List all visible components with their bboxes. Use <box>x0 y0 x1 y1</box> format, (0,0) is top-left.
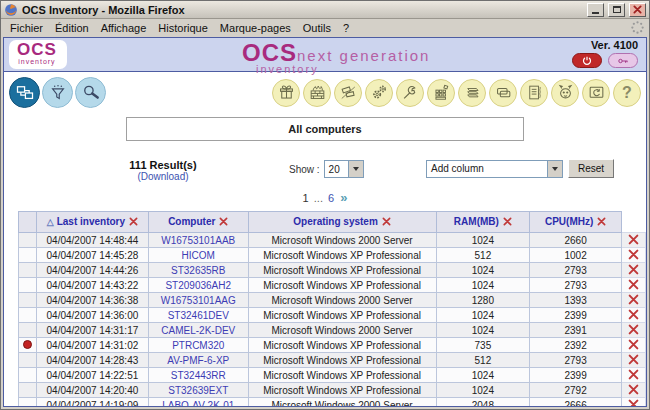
delete-row-button[interactable] <box>622 233 646 248</box>
computer-link[interactable]: LABO-AV-2K-01 <box>148 398 248 408</box>
computer-link[interactable]: W16753101AAB <box>148 233 248 248</box>
page-link-first[interactable]: 1 <box>303 192 309 204</box>
close-button[interactable] <box>629 3 646 17</box>
column-header-last-inventory[interactable]: △Last inventory <box>36 212 148 233</box>
remove-column-button[interactable] <box>503 217 512 228</box>
remove-column-button[interactable] <box>219 217 228 228</box>
delete-row-button[interactable] <box>622 308 646 323</box>
computer-link[interactable]: AV-PMF-6-XP <box>148 353 248 368</box>
table-row: 04/04/2007 14:22:51ST32443RRMicrosoft Wi… <box>19 368 646 383</box>
maximize-button[interactable] <box>608 3 625 17</box>
row-marker-cell <box>19 293 37 308</box>
screen-restore-icon[interactable] <box>582 79 610 107</box>
table-row: 04/04/2007 14:44:26ST32635RBMicrosoft Wi… <box>19 263 646 278</box>
window-title: OCS Inventory - Mozilla Firefox <box>22 4 185 16</box>
cell-last-inventory: 04/04/2007 14:31:17 <box>36 323 148 338</box>
cell-operating-system: Microsoft Windows XP Professional <box>248 248 436 263</box>
next-page-chevrons[interactable]: » <box>340 190 347 205</box>
reset-button[interactable]: Reset <box>568 159 614 178</box>
results-block: 111 Result(s) (Download) <box>108 159 218 182</box>
firewall-icon[interactable] <box>303 79 331 107</box>
page-link-last[interactable]: 6 <box>328 192 334 204</box>
column-header-operating-system[interactable]: Operating system <box>248 212 436 233</box>
menu-outils[interactable]: Outils <box>297 21 337 35</box>
cell-cpu: 2792 <box>530 383 622 398</box>
menu-fichier[interactable]: Fichier <box>4 21 49 35</box>
cell-ram: 1024 <box>436 233 530 248</box>
cell-last-inventory: 04/04/2007 14:36:38 <box>36 293 148 308</box>
cell-last-inventory: 04/04/2007 14:43:22 <box>36 278 148 293</box>
all-computers-icon[interactable] <box>9 77 40 108</box>
cell-ram: 2048 <box>436 398 530 408</box>
delete-row-button[interactable] <box>622 368 646 383</box>
show-count-select[interactable]: 20 <box>324 160 364 178</box>
minimize-button[interactable] <box>587 3 604 17</box>
computer-link[interactable]: ST32461DEV <box>148 308 248 323</box>
wrench-tools-icon[interactable] <box>396 79 424 107</box>
cell-ram: 735 <box>436 338 530 353</box>
remove-column-button[interactable] <box>597 217 606 228</box>
labels-icon[interactable] <box>489 79 517 107</box>
duplicates-icon[interactable] <box>334 79 362 107</box>
titlebar[interactable]: OCS Inventory - Mozilla Firefox <box>1 1 649 19</box>
add-column-select[interactable]: Add column <box>426 160 563 178</box>
delete-row-button[interactable] <box>622 353 646 368</box>
gears-config-icon[interactable] <box>365 79 393 107</box>
computer-link[interactable]: HICOM <box>148 248 248 263</box>
column-header-cpu-mhz-[interactable]: CPU(MHz) <box>530 212 622 233</box>
column-header-ram-mb-[interactable]: RAM(MB) <box>436 212 530 233</box>
menu--dition[interactable]: Édition <box>49 21 95 35</box>
menu-?[interactable]: ? <box>337 21 355 35</box>
cell-ram: 1024 <box>436 308 530 323</box>
document-report-icon[interactable] <box>520 79 548 107</box>
sort-ascending-icon[interactable]: △ <box>47 217 54 227</box>
cell-cpu: 2399 <box>530 308 622 323</box>
cell-operating-system: Microsoft Windows XP Professional <box>248 308 436 323</box>
menu-affichage[interactable]: Affichage <box>95 21 153 35</box>
row-marker-cell <box>19 398 37 408</box>
delete-row-button[interactable] <box>622 323 646 338</box>
delete-row-button[interactable] <box>622 248 646 263</box>
remove-column-button[interactable] <box>129 217 138 228</box>
cell-operating-system: Microsoft Windows XP Professional <box>248 338 436 353</box>
delete-row-button[interactable] <box>622 398 646 408</box>
logs-stack-icon[interactable] <box>458 79 486 107</box>
cell-last-inventory: 04/04/2007 14:36:00 <box>36 308 148 323</box>
search-magnifier-icon[interactable] <box>75 77 106 108</box>
delete-row-button[interactable] <box>622 278 646 293</box>
ocs-logo[interactable]: OCS inventory <box>9 40 67 69</box>
registry-keypad-icon[interactable] <box>427 79 455 107</box>
ocs-logo-text: OCS <box>17 41 57 58</box>
column-header-computer[interactable]: Computer <box>148 212 248 233</box>
filter-funnel-icon[interactable] <box>42 77 73 108</box>
computer-link[interactable]: CAMEL-2K-DEV <box>148 323 248 338</box>
computer-link[interactable]: ST32639EXT <box>148 383 248 398</box>
computer-link[interactable]: ST209036AH2 <box>148 278 248 293</box>
cell-ram: 1024 <box>436 263 530 278</box>
table-row: 04/04/2007 14:43:22ST209036AH2Microsoft … <box>19 278 646 293</box>
menu-historique[interactable]: Historique <box>152 21 214 35</box>
menu-marque-pages[interactable]: Marque-pages <box>214 21 297 35</box>
delete-row-button[interactable] <box>622 263 646 278</box>
remove-column-button[interactable] <box>382 217 391 228</box>
deploy-gift-icon[interactable] <box>272 79 300 107</box>
agent-head-icon[interactable] <box>551 79 579 107</box>
key-access-button[interactable] <box>608 53 638 68</box>
help-icon[interactable]: ? <box>613 79 641 107</box>
pagination: 1 ... 6 » <box>4 190 646 205</box>
row-marker-cell <box>19 353 37 368</box>
computer-link[interactable]: PTRCM320 <box>148 338 248 353</box>
power-logout-button[interactable] <box>572 53 602 68</box>
cell-last-inventory: 04/04/2007 14:22:51 <box>36 368 148 383</box>
download-link[interactable]: (Download) <box>108 171 218 182</box>
delete-row-button[interactable] <box>622 338 646 353</box>
delete-row-button[interactable] <box>622 383 646 398</box>
cell-ram: 1280 <box>436 293 530 308</box>
delete-row-button[interactable] <box>622 293 646 308</box>
select-arrow-icon <box>547 161 562 177</box>
computer-link[interactable]: W16753101AAG <box>148 293 248 308</box>
computers-table: △Last inventoryComputerOperating systemR… <box>18 211 646 407</box>
row-marker-cell <box>19 263 37 278</box>
computer-link[interactable]: ST32635RB <box>148 263 248 278</box>
computer-link[interactable]: ST32443RR <box>148 368 248 383</box>
